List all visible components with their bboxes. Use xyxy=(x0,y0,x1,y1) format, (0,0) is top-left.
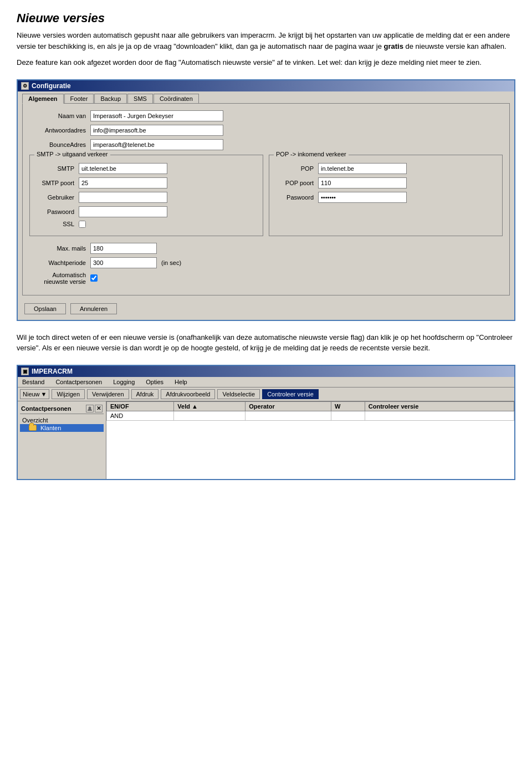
tab-sms[interactable]: SMS xyxy=(127,94,153,103)
smtp-poort-input[interactable] xyxy=(79,177,167,188)
max-mails-label: Max. mails xyxy=(29,245,90,252)
menu-logging[interactable]: Logging xyxy=(111,378,137,386)
smtp-poort-label: SMTP poort xyxy=(34,180,79,186)
filter-table: EN/OF Veld ▲ Operator W Controleer versi… xyxy=(106,401,514,421)
paragraph-3: Wil je toch direct weten of er een nieuw… xyxy=(17,332,515,354)
wachtperiode-label: Wachtperiode xyxy=(29,259,90,266)
col-w[interactable]: W xyxy=(331,401,365,411)
ssl-checkbox[interactable] xyxy=(79,221,86,228)
dialog-content: Naam van Antwoordadres BounceAdres SMTP … xyxy=(22,103,510,295)
pop-poort-label: POP poort xyxy=(274,180,318,186)
smtp-poort-row: SMTP poort xyxy=(34,177,258,188)
cell-operator xyxy=(245,411,331,420)
sidebar: Contactpersonen ✕ Overzicht Klanten xyxy=(18,401,106,479)
antwoordadres-row: Antwoordadres xyxy=(29,125,503,136)
naam-van-label: Naam van xyxy=(29,113,90,119)
tab-footer[interactable]: Footer xyxy=(64,94,94,103)
pop-paswoord-input[interactable] xyxy=(318,192,407,203)
smtp-paswoord-input[interactable] xyxy=(79,206,167,217)
pop-legend: POP -> inkomend verkeer xyxy=(274,151,349,157)
content-area: EN/OF Veld ▲ Operator W Controleer versi… xyxy=(106,401,514,479)
smtp-row: SMTP xyxy=(34,163,258,174)
tab-algemeen[interactable]: Algemeen xyxy=(22,94,64,104)
sidebar-close-icon[interactable]: ✕ xyxy=(95,405,103,412)
paragraph-1: Nieuwe versies worden automatisch gepush… xyxy=(17,30,515,52)
configuratie-dialog: ⚙ Configuratie Algemeen Footer Backup SM… xyxy=(17,79,515,321)
ssl-row: SSL xyxy=(34,221,258,228)
ssl-label: SSL xyxy=(34,221,79,227)
gebruiker-row: Gebruiker xyxy=(34,192,258,203)
menu-help[interactable]: Help xyxy=(172,378,190,386)
controleer-versie-button[interactable]: Controleer versie xyxy=(262,389,319,399)
imperacrm-icon: ▣ xyxy=(21,368,29,375)
tab-backup[interactable]: Backup xyxy=(94,94,127,103)
pop-poort-input[interactable] xyxy=(318,177,407,188)
cell-w xyxy=(331,411,365,420)
opslaan-button[interactable]: Opslaan xyxy=(24,303,66,314)
sidebar-title-text: Contactpersonen xyxy=(21,405,71,412)
folder-icon xyxy=(29,425,37,431)
wachtperiode-row: Wachtperiode (in sec) xyxy=(29,257,503,268)
veldselectie-button[interactable]: Veldselectie xyxy=(217,389,260,399)
dialog-title: Configuratie xyxy=(32,82,71,90)
tab-coordinaten[interactable]: Coördinaten xyxy=(154,94,199,103)
col-enof[interactable]: EN/OF xyxy=(107,401,174,411)
menu-bestand[interactable]: Bestand xyxy=(20,378,47,386)
menubar: Bestand Contactpersonen Logging Opties H… xyxy=(18,377,514,388)
pop-content: POP POP poort Paswoord xyxy=(274,163,498,203)
pop-label: POP xyxy=(274,165,318,172)
auto-versie-row: Automatisch nieuwste versie xyxy=(29,272,503,285)
wijzigen-button[interactable]: Wijzigen xyxy=(52,389,85,399)
pop-input[interactable] xyxy=(318,163,407,174)
bounce-input[interactable] xyxy=(90,139,223,150)
gebruiker-label: Gebruiker xyxy=(34,194,79,201)
imperacrm-title: IMPERACRM xyxy=(32,368,73,375)
sidebar-item-klanten[interactable]: Klanten xyxy=(20,424,104,432)
max-mails-input[interactable] xyxy=(90,243,157,254)
gebruiker-input[interactable] xyxy=(79,192,167,203)
afdrukvoorbeeld-button[interactable]: Afdrukvoorbeeld xyxy=(161,389,215,399)
smtp-input[interactable] xyxy=(79,163,167,174)
cell-controleer xyxy=(365,411,514,420)
pop-poort-row: POP poort xyxy=(274,177,498,188)
sidebar-icons: ✕ xyxy=(86,405,103,412)
sidebar-title: Contactpersonen ✕ xyxy=(20,404,104,414)
imperacrm-titlebar: ▣ IMPERACRM xyxy=(18,366,514,377)
auto-versie-checkbox[interactable] xyxy=(90,274,98,282)
bounce-label: BounceAdres xyxy=(29,141,90,148)
two-col-section: SMTP -> uitgaand verkeer SMTP SMTP poort… xyxy=(29,155,503,236)
dialog-tabs: Algemeen Footer Backup SMS Coördinaten xyxy=(18,91,514,103)
col-controleer-versie[interactable]: Controleer versie xyxy=(365,401,514,411)
naam-van-row: Naam van xyxy=(29,110,503,121)
main-area: Contactpersonen ✕ Overzicht Klanten EN/ xyxy=(18,401,514,479)
page-heading: Nieuwe versies xyxy=(17,11,515,26)
auto-versie-label: Automatisch nieuwste versie xyxy=(29,272,90,285)
col-veld[interactable]: Veld ▲ xyxy=(174,401,245,411)
menu-contactpersonen[interactable]: Contactpersonen xyxy=(53,378,104,386)
sort-icon: ▲ xyxy=(192,403,198,410)
imperacrm-window: ▣ IMPERACRM Bestand Contactpersonen Logg… xyxy=(17,365,515,480)
smtp-label: SMTP xyxy=(34,165,79,172)
pop-section: POP -> inkomend verkeer POP POP poort Pa… xyxy=(269,155,503,236)
cell-enof: AND xyxy=(107,411,174,420)
wachtperiode-unit-label: (in sec) xyxy=(161,259,181,266)
col-operator[interactable]: Operator xyxy=(245,401,331,411)
antwoordadres-label: Antwoordadres xyxy=(29,127,90,134)
naam-van-input[interactable] xyxy=(90,110,223,121)
dropdown-arrow-icon: ▼ xyxy=(41,391,47,397)
bounce-adres-row: BounceAdres xyxy=(29,139,503,150)
antwoordadres-input[interactable] xyxy=(90,125,223,136)
menu-opties[interactable]: Opties xyxy=(144,378,166,386)
verwijderen-button[interactable]: Verwijderen xyxy=(87,389,129,399)
cell-veld xyxy=(174,411,245,420)
afdruk-button[interactable]: Afdruk xyxy=(131,389,159,399)
bottom-fields: Max. mails Wachtperiode (in sec) Automat… xyxy=(29,243,503,285)
pop-paswoord-row: Paswoord xyxy=(274,192,498,203)
annuleren-button[interactable]: Annuleren xyxy=(70,303,117,314)
toolbar: Nieuw ▼ Wijzigen Verwijderen Afdruk Afdr… xyxy=(18,388,514,401)
nieuw-dropdown[interactable]: Nieuw ▼ xyxy=(20,389,49,399)
smtp-paswoord-label: Paswoord xyxy=(34,208,79,215)
sidebar-icon-1[interactable] xyxy=(86,405,94,412)
wachtperiode-input[interactable] xyxy=(90,257,157,268)
max-mails-row: Max. mails xyxy=(29,243,503,254)
